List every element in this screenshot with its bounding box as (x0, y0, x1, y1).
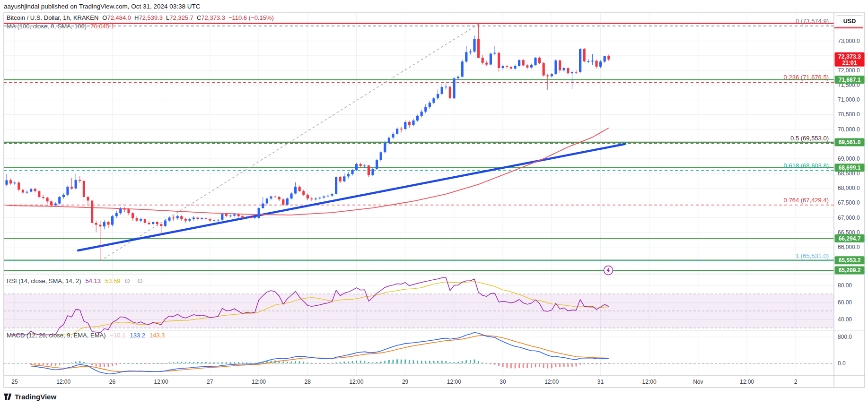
candle-body (559, 60, 561, 70)
macd-histogram-bar (218, 362, 219, 363)
candle-body (421, 112, 423, 116)
candle-body (506, 66, 508, 67)
macd-histogram-bar (136, 363, 138, 364)
candle-body (245, 217, 248, 218)
candle-body (290, 193, 292, 198)
macd-legend-row[interactable]: MACD (12, 26, close, 9, EMA, EMA)−10.113… (7, 332, 165, 339)
rsi-label[interactable]: RSI (14, close, SMA, 14, 2) (7, 277, 81, 284)
fib-level-label: 0.618 (68,603.8) (784, 162, 829, 169)
macd-histogram-bar (462, 361, 463, 363)
macd-histogram-bar (457, 362, 459, 363)
price-tick-label: 72,000.0 (838, 67, 860, 74)
candle-body (502, 66, 504, 68)
tradingview-logo-icon (4, 393, 12, 401)
rsi-tick-label: 60.00 (838, 299, 852, 306)
macd-line-value: 133.2 (130, 332, 145, 339)
candle-body (563, 68, 565, 70)
macd-signal-value: 143.3 (149, 332, 165, 339)
fib-level-label: 0.5 (69,553.0) (790, 135, 829, 142)
currency-unit-button[interactable]: USD (836, 15, 863, 27)
macd-histogram-bar (124, 363, 125, 364)
time-axis-label: 12:00 (154, 379, 168, 385)
tradingview-watermark[interactable]: TradingView (4, 393, 56, 401)
candle-body (363, 165, 366, 166)
quick-trade-lightning-icon[interactable] (603, 265, 614, 276)
candle-body (282, 199, 284, 205)
macd-histogram-bar (104, 363, 105, 367)
rsi-legend-row[interactable]: RSI (14, close, SMA, 14, 2)54.1353.59∅ ∅ (7, 277, 146, 284)
macd-histogram-bar (592, 363, 593, 364)
macd-histogram-bar (144, 363, 146, 364)
symbol-ohlc-row[interactable]: Bitcoin / U.S. Dollar, 1h, KRAKENO72,484… (7, 14, 277, 22)
macd-histogram-bar (478, 361, 479, 363)
macd-histogram-bar (79, 361, 80, 363)
time-axis-label: Nov (693, 379, 703, 385)
candle-body (551, 74, 553, 76)
candle-body (307, 195, 309, 198)
fib-level-label: 0.764 (67,429.4) (784, 197, 829, 204)
candle-body (148, 223, 150, 224)
macd-histogram-bar (189, 362, 191, 363)
price-tick-label: 66,000.0 (838, 244, 860, 250)
candle-body (445, 86, 447, 87)
macd-histogram-bar (319, 363, 321, 364)
candle-body (213, 220, 215, 221)
candle-body (262, 204, 264, 208)
chart-canvas[interactable]: 73,000.072,500.072,000.071,500.071,000.0… (0, 0, 868, 405)
macd-label[interactable]: MACD (12, 26, close, 9, EMA, EMA) (7, 332, 106, 339)
macd-histogram-bar (238, 362, 239, 363)
macd-histogram-bar (404, 360, 406, 363)
symbol-legend[interactable]: Bitcoin / U.S. Dollar, 1h, KRAKENO72,484… (7, 14, 277, 31)
candle-body (197, 218, 199, 219)
macd-histogram-bar (433, 361, 435, 363)
time-axis-label: 12:00 (252, 379, 266, 385)
candle-body (388, 138, 390, 143)
macd-histogram-bar (494, 363, 496, 365)
macd-histogram-bar (323, 363, 324, 364)
macd-histogram-bar (429, 361, 430, 363)
macd-histogram-bar (576, 363, 577, 367)
price-level-badge-text: 71,687.1 (839, 77, 861, 83)
macd-histogram-bar (445, 361, 447, 363)
price-tick-label: 68,000.0 (838, 185, 860, 191)
macd-histogram-bar (376, 362, 377, 363)
candle-body (416, 116, 419, 121)
macd-histogram-bar (449, 362, 451, 363)
macd-histogram-bar (55, 363, 56, 366)
candle-body (355, 164, 358, 170)
ma-label[interactable]: MA (100, close, 0, SMA, 100) (7, 23, 87, 30)
ma-value: 70,045.1 (90, 23, 114, 30)
candle-body (498, 53, 500, 68)
candle-body (477, 39, 480, 58)
change-value: −110.6 (−0.15%) (228, 14, 274, 21)
macd-histogram-bar (437, 361, 438, 363)
macd-histogram-bar (315, 363, 316, 364)
macd-histogram-bar (299, 361, 300, 363)
macd-histogram-bar (604, 363, 605, 364)
tradingview-watermark-text: TradingView (15, 393, 56, 401)
macd-histogram-bar (108, 363, 109, 367)
macd-histogram-bar (140, 363, 141, 364)
trendline (78, 144, 625, 250)
macd-histogram-bar (250, 363, 252, 363)
ma-legend-row[interactable]: MA (100, close, 0, SMA, 100)70,045.1 (7, 22, 277, 30)
candle-body (315, 198, 317, 199)
close-label: C (197, 14, 201, 21)
macd-histogram-bar (352, 361, 353, 363)
time-axis-label: 2 (794, 379, 798, 385)
time-axis-label: 26 (109, 379, 116, 385)
macd-histogram-bar (271, 361, 272, 363)
macd-histogram-bar (372, 362, 374, 363)
macd-histogram-bar (596, 363, 597, 364)
macd-histogram-bar (360, 361, 361, 363)
macd-histogram-bar (311, 363, 313, 363)
macd-histogram-bar (282, 362, 284, 363)
candle-body (107, 222, 109, 225)
macd-histogram-bar (335, 362, 337, 363)
candle-body (249, 217, 252, 218)
macd-histogram-bar (356, 361, 357, 363)
symbol-title[interactable]: Bitcoin / U.S. Dollar, 1h, KRAKEN (7, 14, 98, 21)
macd-histogram-bar (518, 363, 520, 368)
candle-body (371, 169, 374, 175)
candle-body (46, 198, 48, 201)
